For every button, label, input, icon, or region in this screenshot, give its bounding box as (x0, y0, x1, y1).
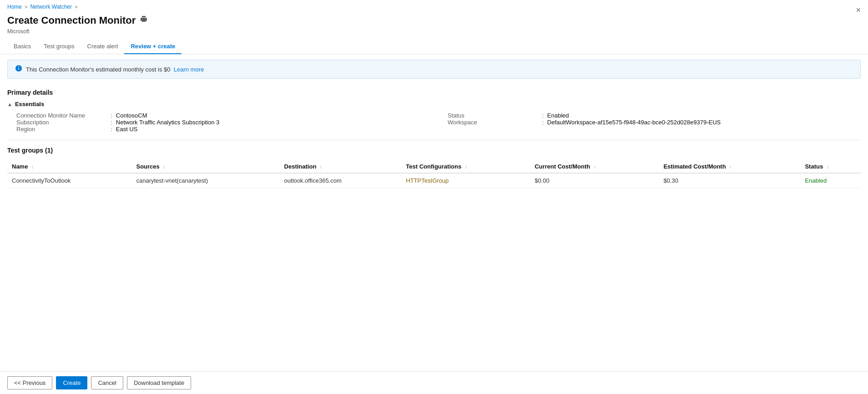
essentials-header[interactable]: ▲ Essentials (7, 101, 861, 107)
table-row: ConnectivityToOutlook canarytest-vnet(ca… (7, 173, 861, 188)
test-groups-title: Test groups (1) (7, 147, 861, 154)
cell-destination: outlook.office365.com (280, 173, 402, 188)
essentials-fields: Connection Monitor Name : ContosoCM Subs… (7, 112, 861, 133)
field-status: Status : Enabled (448, 112, 861, 119)
col-current-cost: Current Cost/Month ↕ (530, 159, 659, 173)
primary-details-title: Primary details (7, 89, 861, 96)
sort-icon-estimated-cost[interactable]: ↕ (729, 164, 732, 169)
cell-name: ConnectivityToOutlook (7, 173, 131, 188)
field-region: Region : East US (16, 126, 429, 133)
page-subtitle: Microsoft (0, 28, 868, 39)
col-sources: Sources ↕ (131, 159, 279, 173)
divider (7, 140, 861, 140)
breadcrumb-sep2: > (75, 4, 77, 10)
col-estimated-cost: Estimated Cost/Month ↕ (659, 159, 800, 173)
test-groups-table: Name ↕ Sources ↕ Destination ↕ Test Conf… (7, 159, 861, 188)
cell-sources: canarytest-vnet(canarytest) (131, 173, 279, 188)
col-name: Name ↕ (7, 159, 131, 173)
info-banner: This Connection Monitor's estimated mont… (7, 60, 861, 79)
field-workspace: Workspace : DefaultWorkspace-af15e575-f9… (448, 119, 861, 126)
sort-icon-name[interactable]: ↕ (31, 164, 34, 169)
table-header-row: Name ↕ Sources ↕ Destination ↕ Test Conf… (7, 159, 861, 173)
test-groups-section: Test groups (1) Name ↕ Sources ↕ Destina… (0, 145, 868, 190)
tab-create-alert[interactable]: Create alert (81, 39, 125, 54)
tabs-container: Basics Test groups Create alert Review +… (0, 39, 868, 54)
cell-status: Enabled (800, 173, 861, 188)
chevron-up-icon: ▲ (7, 102, 12, 107)
sort-icon-status[interactable]: ↕ (827, 164, 829, 169)
fields-right-col: Status : Enabled Workspace : DefaultWork… (448, 112, 861, 133)
sort-icon-destination[interactable]: ↕ (320, 164, 322, 169)
breadcrumb-home[interactable]: Home (7, 4, 22, 10)
close-button[interactable]: × (856, 5, 861, 15)
cell-test-configs[interactable]: HTTPTestGroup (401, 173, 530, 188)
cell-estimated-cost: $0.30 (659, 173, 800, 188)
learn-more-link[interactable]: Learn more (174, 66, 204, 73)
primary-details-section: Primary details ▲ Essentials Connection … (0, 84, 868, 135)
info-text: This Connection Monitor's estimated mont… (26, 66, 204, 73)
field-subscription: Subscription : Network Traffic Analytics… (16, 119, 429, 126)
print-icon[interactable] (140, 16, 147, 25)
tab-basics[interactable]: Basics (7, 39, 37, 54)
col-destination: Destination ↕ (280, 159, 402, 173)
page-title: Create Connection Monitor (7, 15, 136, 26)
fields-left-col: Connection Monitor Name : ContosoCM Subs… (16, 112, 429, 133)
breadcrumb-network-watcher[interactable]: Network Watcher (30, 4, 72, 10)
breadcrumb-sep1: > (25, 4, 27, 10)
cell-current-cost: $0.00 (530, 173, 659, 188)
sort-icon-sources[interactable]: ↕ (163, 164, 165, 169)
page-header: Create Connection Monitor × (0, 12, 868, 28)
tab-test-groups[interactable]: Test groups (37, 39, 81, 54)
breadcrumb: Home > Network Watcher > (0, 0, 868, 12)
col-status: Status ↕ (800, 159, 861, 173)
sort-icon-test-configs[interactable]: ↕ (465, 164, 467, 169)
field-name: Connection Monitor Name : ContosoCM (16, 112, 429, 119)
sort-icon-current-cost[interactable]: ↕ (594, 164, 596, 169)
info-icon (15, 65, 22, 74)
col-test-configs: Test Configurations ↕ (401, 159, 530, 173)
essentials-label: Essentials (15, 101, 44, 107)
tab-review-create[interactable]: Review + create (124, 39, 182, 54)
